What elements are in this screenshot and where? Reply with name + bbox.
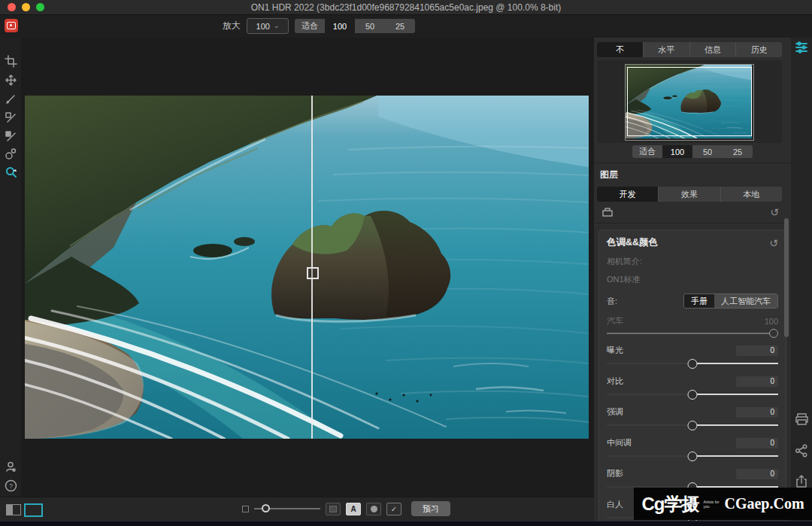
navigator-view-frame[interactable]: [627, 67, 752, 136]
slider-value[interactable]: 0: [736, 376, 778, 387]
mode-tabs: 开发 效果 本地: [597, 187, 782, 202]
slider-thumb[interactable]: [688, 390, 698, 400]
nav-zoom-100[interactable]: 100: [662, 145, 692, 158]
auto-slider-thumb[interactable]: [769, 329, 778, 338]
check-view-icon[interactable]: ✓: [386, 503, 401, 515]
tab-info[interactable]: 信息: [689, 42, 736, 57]
reset-develop-icon[interactable]: ↺: [770, 207, 779, 217]
masking-brush-icon[interactable]: [5, 111, 17, 124]
zoom-value-dropdown[interactable]: 100 ⌄: [247, 18, 289, 34]
tab-history[interactable]: 历史: [735, 42, 782, 57]
single-view-icon[interactable]: [24, 503, 43, 517]
masking-bug-icon[interactable]: [5, 130, 17, 143]
tab-develop[interactable]: 开发: [597, 187, 658, 202]
ai-auto-button[interactable]: 人工智能汽车: [714, 294, 777, 308]
user-icon[interactable]: [5, 461, 17, 473]
tone-color-section: 色调&&颜色 ↺ 相机简介: ON1标准 音: 手册 人工智能汽车 汽车 100: [598, 230, 786, 521]
close-window-button[interactable]: [8, 3, 16, 11]
watermark: Cg学摄 Artists for you CGaep.Com: [634, 488, 812, 520]
slider-value[interactable]: 0: [736, 407, 778, 418]
tab-effects[interactable]: 效果: [658, 187, 720, 202]
manual-button[interactable]: 手册: [684, 294, 714, 308]
zoom-preset-fit[interactable]: 适合: [295, 19, 325, 33]
watermark-site: CGaep.Com: [724, 495, 804, 512]
auto-slider-label: 汽车: [607, 315, 623, 327]
tool-sidebar: ?: [0, 38, 21, 497]
slider-label: 阴影: [607, 468, 623, 479]
navigator-thumbnail[interactable]: [625, 64, 754, 141]
highlights-slider[interactable]: [607, 421, 778, 430]
slider-value[interactable]: 0: [736, 438, 778, 448]
nav-zoom-25[interactable]: 25: [723, 145, 753, 158]
tone-color-title: 色调&&颜色: [607, 236, 658, 249]
blank-view-icon[interactable]: [326, 503, 341, 515]
nav-zoom-50[interactable]: 50: [692, 145, 723, 158]
slider-thumb[interactable]: [688, 452, 698, 461]
adjust-sliders-icon[interactable]: [795, 41, 808, 54]
tone-mode-label: 音:: [607, 296, 617, 307]
maximize-window-button[interactable]: [36, 3, 44, 11]
panel-scrollbar[interactable]: [784, 218, 789, 337]
watermark-logo: Cg学摄: [641, 492, 698, 516]
split-view-icon[interactable]: [6, 504, 21, 515]
export-preset-icon[interactable]: [601, 206, 614, 218]
slider-thumb[interactable]: [688, 421, 698, 430]
help-icon[interactable]: ?: [5, 479, 17, 492]
slider-thumb[interactable]: [688, 359, 698, 369]
slider-row-contrast: 对比 0: [607, 375, 778, 400]
exposure-slider[interactable]: [607, 359, 778, 369]
zoom-label: 放大: [223, 20, 241, 32]
slider-row-highlights: 强调 0: [607, 406, 778, 430]
zoom-preset-25[interactable]: 25: [385, 19, 415, 33]
reset-tone-icon[interactable]: ↺: [769, 238, 778, 248]
right-icon-strip: [791, 38, 812, 521]
tab-browse[interactable]: 不: [597, 42, 643, 57]
move-tool-icon[interactable]: [5, 74, 17, 87]
thumbnail-size-icon: [242, 506, 249, 512]
nav-zoom-fit[interactable]: 适合: [632, 145, 662, 158]
printer-icon[interactable]: [795, 412, 809, 426]
on1-hdr-window: ON1 HDR 2022 (3bdc23f1d00fe968792841065a…: [0, 0, 812, 526]
minimize-window-button[interactable]: [22, 3, 30, 11]
slider-label: 曝光: [607, 345, 623, 356]
panel-tabs: 不 水平 信息 历史: [597, 42, 782, 57]
help-glyph: ?: [5, 479, 17, 492]
preview-button[interactable]: 预习: [411, 501, 450, 516]
titlebar: ON1 HDR 2022 (3bdc23f1d00fe968792841065a…: [0, 0, 812, 15]
slider-label: 强调: [607, 406, 623, 418]
slider-label: 对比: [607, 375, 623, 387]
tab-levels[interactable]: 水平: [643, 42, 689, 57]
watermark-tagline: Artists for you: [703, 500, 720, 509]
slider-value[interactable]: 0: [736, 345, 778, 356]
top-toolbar: 放大 100 ⌄ 适合 100 50 25: [0, 15, 812, 38]
zoom-preset-group: 适合 100 50 25: [295, 19, 415, 33]
adjustment-brush-icon[interactable]: [5, 93, 17, 105]
share-icon[interactable]: [795, 444, 808, 458]
right-panel: 不 水平 信息 历史 适合 100 50 25 图层 开发 效果 本地: [594, 38, 791, 521]
zoom-preset-50[interactable]: 50: [355, 19, 385, 33]
slider-label: 中间调: [607, 437, 632, 448]
zoom-preset-100[interactable]: 100: [325, 19, 355, 33]
bottom-edge-strip: [0, 521, 812, 526]
refine-mask-icon[interactable]: [5, 147, 17, 160]
slider-row-midtones: 中间调 0: [607, 437, 778, 461]
navigator-zoom-group: 适合 100 50 25: [632, 145, 753, 158]
photo-canvas[interactable]: [21, 38, 594, 497]
export-icon[interactable]: [795, 474, 808, 488]
preview-zoom-slider[interactable]: [254, 503, 320, 514]
auto-slider-value: 100: [765, 317, 778, 326]
contrast-slider[interactable]: [607, 390, 778, 400]
zoom-tool-icon[interactable]: [5, 166, 17, 178]
mask-view-icon[interactable]: [366, 503, 381, 515]
slider-value[interactable]: 0: [736, 469, 778, 479]
crop-tool-icon[interactable]: [5, 55, 17, 68]
navigator-panel: [597, 60, 782, 143]
camera-profile-value[interactable]: ON1标准: [607, 274, 778, 285]
preview-zoom-thumb[interactable]: [262, 504, 270, 512]
split-handle[interactable]: [307, 267, 319, 279]
letter-a-icon[interactable]: A: [346, 503, 361, 515]
on1-app-icon[interactable]: [5, 19, 18, 32]
auto-slider[interactable]: [607, 329, 778, 338]
midtones-slider[interactable]: [607, 452, 778, 461]
tab-local[interactable]: 本地: [720, 187, 782, 202]
